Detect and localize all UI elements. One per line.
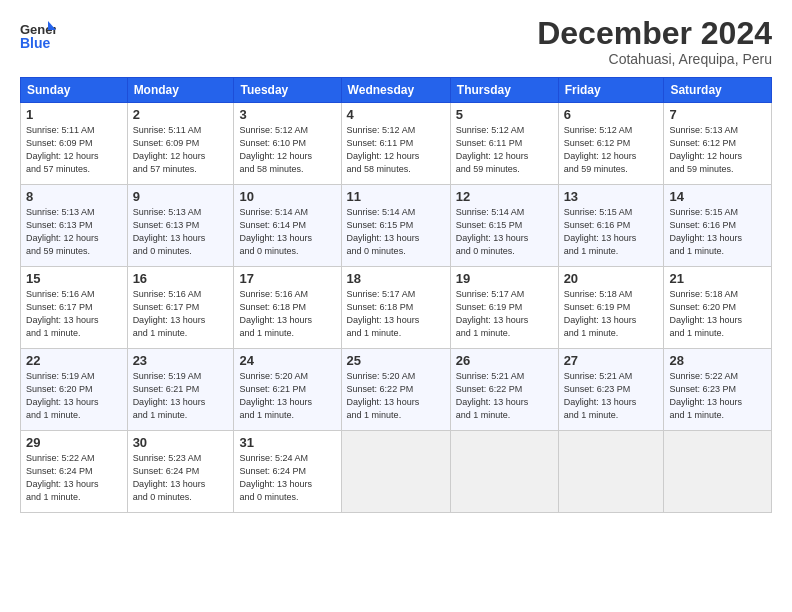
table-cell: 7Sunrise: 5:13 AM Sunset: 6:12 PM Daylig… — [664, 103, 772, 185]
day-number: 17 — [239, 271, 335, 286]
day-info: Sunrise: 5:22 AM Sunset: 6:24 PM Dayligh… — [26, 452, 122, 504]
day-number: 11 — [347, 189, 445, 204]
day-number: 22 — [26, 353, 122, 368]
table-cell: 4Sunrise: 5:12 AM Sunset: 6:11 PM Daylig… — [341, 103, 450, 185]
day-info: Sunrise: 5:13 AM Sunset: 6:13 PM Dayligh… — [26, 206, 122, 258]
table-cell: 15Sunrise: 5:16 AM Sunset: 6:17 PM Dayli… — [21, 267, 128, 349]
day-number: 8 — [26, 189, 122, 204]
day-info: Sunrise: 5:12 AM Sunset: 6:11 PM Dayligh… — [456, 124, 553, 176]
table-cell: 6Sunrise: 5:12 AM Sunset: 6:12 PM Daylig… — [558, 103, 664, 185]
table-cell: 22Sunrise: 5:19 AM Sunset: 6:20 PM Dayli… — [21, 349, 128, 431]
table-cell: 30Sunrise: 5:23 AM Sunset: 6:24 PM Dayli… — [127, 431, 234, 513]
table-cell: 26Sunrise: 5:21 AM Sunset: 6:22 PM Dayli… — [450, 349, 558, 431]
day-number: 29 — [26, 435, 122, 450]
day-info: Sunrise: 5:21 AM Sunset: 6:22 PM Dayligh… — [456, 370, 553, 422]
day-info: Sunrise: 5:18 AM Sunset: 6:20 PM Dayligh… — [669, 288, 766, 340]
month-title: December 2024 — [537, 16, 772, 51]
svg-text:Blue: Blue — [20, 35, 51, 51]
table-cell — [450, 431, 558, 513]
table-cell: 31Sunrise: 5:24 AM Sunset: 6:24 PM Dayli… — [234, 431, 341, 513]
day-number: 5 — [456, 107, 553, 122]
day-number: 19 — [456, 271, 553, 286]
day-number: 20 — [564, 271, 659, 286]
day-info: Sunrise: 5:12 AM Sunset: 6:11 PM Dayligh… — [347, 124, 445, 176]
day-info: Sunrise: 5:13 AM Sunset: 6:13 PM Dayligh… — [133, 206, 229, 258]
day-info: Sunrise: 5:14 AM Sunset: 6:15 PM Dayligh… — [456, 206, 553, 258]
week-row-5: 29Sunrise: 5:22 AM Sunset: 6:24 PM Dayli… — [21, 431, 772, 513]
day-info: Sunrise: 5:15 AM Sunset: 6:16 PM Dayligh… — [564, 206, 659, 258]
col-tuesday: Tuesday — [234, 78, 341, 103]
day-info: Sunrise: 5:17 AM Sunset: 6:19 PM Dayligh… — [456, 288, 553, 340]
day-info: Sunrise: 5:15 AM Sunset: 6:16 PM Dayligh… — [669, 206, 766, 258]
day-info: Sunrise: 5:11 AM Sunset: 6:09 PM Dayligh… — [26, 124, 122, 176]
table-cell: 16Sunrise: 5:16 AM Sunset: 6:17 PM Dayli… — [127, 267, 234, 349]
table-cell: 2Sunrise: 5:11 AM Sunset: 6:09 PM Daylig… — [127, 103, 234, 185]
day-info: Sunrise: 5:19 AM Sunset: 6:21 PM Dayligh… — [133, 370, 229, 422]
table-cell: 1Sunrise: 5:11 AM Sunset: 6:09 PM Daylig… — [21, 103, 128, 185]
day-info: Sunrise: 5:14 AM Sunset: 6:15 PM Dayligh… — [347, 206, 445, 258]
day-number: 13 — [564, 189, 659, 204]
table-cell: 13Sunrise: 5:15 AM Sunset: 6:16 PM Dayli… — [558, 185, 664, 267]
col-thursday: Thursday — [450, 78, 558, 103]
table-cell: 19Sunrise: 5:17 AM Sunset: 6:19 PM Dayli… — [450, 267, 558, 349]
table-cell: 14Sunrise: 5:15 AM Sunset: 6:16 PM Dayli… — [664, 185, 772, 267]
day-number: 3 — [239, 107, 335, 122]
table-cell: 8Sunrise: 5:13 AM Sunset: 6:13 PM Daylig… — [21, 185, 128, 267]
col-monday: Monday — [127, 78, 234, 103]
header-row: Sunday Monday Tuesday Wednesday Thursday… — [21, 78, 772, 103]
day-number: 12 — [456, 189, 553, 204]
day-number: 30 — [133, 435, 229, 450]
day-number: 10 — [239, 189, 335, 204]
table-cell: 27Sunrise: 5:21 AM Sunset: 6:23 PM Dayli… — [558, 349, 664, 431]
day-number: 25 — [347, 353, 445, 368]
day-number: 23 — [133, 353, 229, 368]
table-cell: 9Sunrise: 5:13 AM Sunset: 6:13 PM Daylig… — [127, 185, 234, 267]
table-cell — [664, 431, 772, 513]
table-cell: 18Sunrise: 5:17 AM Sunset: 6:18 PM Dayli… — [341, 267, 450, 349]
day-number: 26 — [456, 353, 553, 368]
table-cell: 21Sunrise: 5:18 AM Sunset: 6:20 PM Dayli… — [664, 267, 772, 349]
day-info: Sunrise: 5:12 AM Sunset: 6:10 PM Dayligh… — [239, 124, 335, 176]
day-number: 2 — [133, 107, 229, 122]
week-row-2: 8Sunrise: 5:13 AM Sunset: 6:13 PM Daylig… — [21, 185, 772, 267]
day-info: Sunrise: 5:19 AM Sunset: 6:20 PM Dayligh… — [26, 370, 122, 422]
table-cell: 28Sunrise: 5:22 AM Sunset: 6:23 PM Dayli… — [664, 349, 772, 431]
day-number: 7 — [669, 107, 766, 122]
col-saturday: Saturday — [664, 78, 772, 103]
day-info: Sunrise: 5:11 AM Sunset: 6:09 PM Dayligh… — [133, 124, 229, 176]
week-row-3: 15Sunrise: 5:16 AM Sunset: 6:17 PM Dayli… — [21, 267, 772, 349]
table-cell: 25Sunrise: 5:20 AM Sunset: 6:22 PM Dayli… — [341, 349, 450, 431]
col-sunday: Sunday — [21, 78, 128, 103]
day-info: Sunrise: 5:21 AM Sunset: 6:23 PM Dayligh… — [564, 370, 659, 422]
day-number: 15 — [26, 271, 122, 286]
day-number: 18 — [347, 271, 445, 286]
week-row-1: 1Sunrise: 5:11 AM Sunset: 6:09 PM Daylig… — [21, 103, 772, 185]
table-cell — [341, 431, 450, 513]
day-number: 31 — [239, 435, 335, 450]
table-cell: 5Sunrise: 5:12 AM Sunset: 6:11 PM Daylig… — [450, 103, 558, 185]
week-row-4: 22Sunrise: 5:19 AM Sunset: 6:20 PM Dayli… — [21, 349, 772, 431]
day-info: Sunrise: 5:16 AM Sunset: 6:17 PM Dayligh… — [133, 288, 229, 340]
day-info: Sunrise: 5:20 AM Sunset: 6:22 PM Dayligh… — [347, 370, 445, 422]
table-cell: 17Sunrise: 5:16 AM Sunset: 6:18 PM Dayli… — [234, 267, 341, 349]
table-cell: 20Sunrise: 5:18 AM Sunset: 6:19 PM Dayli… — [558, 267, 664, 349]
table-cell: 12Sunrise: 5:14 AM Sunset: 6:15 PM Dayli… — [450, 185, 558, 267]
day-number: 1 — [26, 107, 122, 122]
calendar-table: Sunday Monday Tuesday Wednesday Thursday… — [20, 77, 772, 513]
table-cell: 10Sunrise: 5:14 AM Sunset: 6:14 PM Dayli… — [234, 185, 341, 267]
header: General Blue December 2024 Cotahuasi, Ar… — [20, 16, 772, 67]
day-info: Sunrise: 5:12 AM Sunset: 6:12 PM Dayligh… — [564, 124, 659, 176]
col-friday: Friday — [558, 78, 664, 103]
day-info: Sunrise: 5:14 AM Sunset: 6:14 PM Dayligh… — [239, 206, 335, 258]
logo: General Blue — [20, 16, 60, 52]
day-info: Sunrise: 5:17 AM Sunset: 6:18 PM Dayligh… — [347, 288, 445, 340]
day-number: 21 — [669, 271, 766, 286]
day-number: 28 — [669, 353, 766, 368]
day-number: 27 — [564, 353, 659, 368]
logo-icon: General Blue — [20, 16, 56, 52]
day-number: 9 — [133, 189, 229, 204]
day-info: Sunrise: 5:24 AM Sunset: 6:24 PM Dayligh… — [239, 452, 335, 504]
day-number: 24 — [239, 353, 335, 368]
table-cell: 23Sunrise: 5:19 AM Sunset: 6:21 PM Dayli… — [127, 349, 234, 431]
day-info: Sunrise: 5:13 AM Sunset: 6:12 PM Dayligh… — [669, 124, 766, 176]
